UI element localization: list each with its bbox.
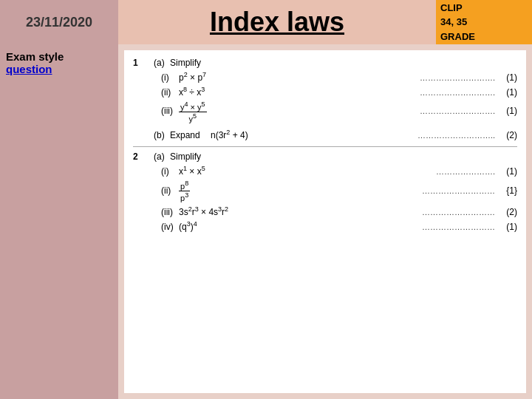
q1a-i-expr: p2 × p7 [179, 71, 406, 83]
q1a-i-row: (i) p2 × p7 ………………………. (1) [140, 71, 517, 83]
q2a-i-dots: …………………. [406, 167, 495, 176]
q1a-label: Simplify [170, 58, 211, 68]
q2a-iv-sub: (iv) [161, 222, 179, 232]
question-2: 2 (a) Simplify (i) x1 × x5 …………………. (1) [133, 151, 517, 231]
main-content: Exam style question 1 (a) Simplify (i) p… [0, 44, 532, 399]
q2-number: 2 [133, 151, 154, 162]
q1b-row: (b) Expand n(3r2 + 4) ……………………….. (2) [133, 129, 517, 140]
header: 23/11/2020 Index laws MATHSWATCH CLIP34,… [0, 0, 532, 44]
q2a-iv-expr: (q3)4 [179, 220, 406, 232]
q2a-iv-marks: (1) [495, 222, 517, 232]
q1a-iii-dots: ………………………. [406, 106, 495, 115]
q2a-ii-expr: p8 p3 [179, 180, 406, 202]
q1-number: 1 [133, 58, 154, 68]
q1a-ii-dots: ………………………. [406, 88, 495, 97]
q1a-iii-marks: (1) [495, 106, 517, 116]
q2a-part: (a) [154, 151, 170, 162]
left-panel: Exam style question [0, 44, 118, 399]
q1a-ii-expr: x8 ÷ x3 [179, 86, 406, 98]
q1a-ii-row: (ii) x8 ÷ x3 ………………………. (1) [140, 86, 517, 98]
q1a-iii-sub: (iii) [161, 106, 179, 116]
section-divider [133, 146, 517, 147]
q2a-i-row: (i) x1 × x5 …………………. (1) [140, 165, 517, 177]
q1a-i-marks: (1) [495, 72, 517, 83]
q2a-header: 2 (a) Simplify [133, 151, 517, 162]
question-1b: (b) Expand n(3r2 + 4) ……………………….. (2) [133, 129, 517, 140]
question-1: 1 (a) Simplify (i) p2 × p7 ………………………. (1… [133, 58, 517, 123]
header-clip-info: MATHSWATCH CLIP34, 35GRADE2 [436, 0, 532, 44]
q2a-i-marks: (1) [495, 166, 517, 177]
right-panel: 1 (a) Simplify (i) p2 × p7 ………………………. (1… [118, 44, 532, 399]
exam-question-link[interactable]: question [6, 63, 52, 75]
q2a-ii-dots: ……………………… [406, 186, 495, 195]
q1a-i-dots: ………………………. [406, 73, 495, 82]
q1a-ii-marks: (1) [495, 87, 517, 98]
q1a-i-sub: (i) [161, 72, 179, 83]
header-title: Index laws [118, 0, 436, 44]
q2a-i-expr: x1 × x5 [179, 165, 406, 177]
q2a-ii-sub: (ii) [161, 185, 179, 196]
q2a-iii-sub: (iii) [161, 207, 179, 217]
q1b-dots: ……………………….. [406, 131, 495, 140]
q2a-iv-dots: ……………………… [406, 222, 495, 231]
q2a-iii-expr: 3s2r3 × 4s3r2 [179, 205, 406, 217]
q1b-part: (b) [154, 130, 170, 140]
q2a-i-sub: (i) [161, 166, 179, 177]
header-date: 23/11/2020 [0, 0, 118, 44]
q1a-header: 1 (a) Simplify [133, 58, 517, 68]
q2a-iii-row: (iii) 3s2r3 × 4s3r2 ……………………… (2) [140, 205, 517, 217]
q1a-part: (a) [154, 58, 170, 68]
q2a-ii-row: (ii) p8 p3 ……………………… {1} [140, 180, 517, 202]
q2a-iii-marks: (2) [495, 207, 517, 217]
q1a-iii-expr: y4 × y5 y5 [179, 100, 406, 123]
q2a-ii-marks: {1} [495, 185, 517, 196]
q1a-ii-sub: (ii) [161, 87, 179, 98]
q2a-iii-dots: ……………………… [406, 208, 495, 216]
worksheet: 1 (a) Simplify (i) p2 × p7 ………………………. (1… [124, 50, 526, 393]
exam-label: Exam style question [6, 50, 112, 75]
q2a-label: Simplify [170, 151, 211, 162]
q1b-expr: n(3r2 + 4) [211, 129, 406, 140]
q1a-iii-row: (iii) y4 × y5 y5 ………………………. (1) [140, 100, 517, 123]
q1b-label: Expand [170, 130, 211, 140]
q2a-iv-row: (iv) (q3)4 ……………………… (1) [140, 220, 517, 232]
q1b-marks: (2) [495, 130, 517, 140]
